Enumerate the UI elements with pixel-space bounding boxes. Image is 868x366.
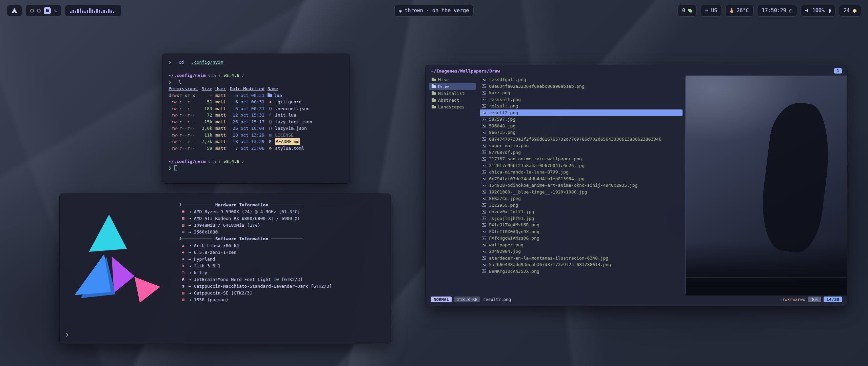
sidebar-folder-item[interactable]: Abstract bbox=[429, 97, 476, 103]
image-file-icon bbox=[482, 137, 486, 141]
volume-value: 100% bbox=[812, 7, 825, 14]
file-row[interactable]: 154928-odinokoe_anime-art-anime-okno-sin… bbox=[480, 182, 683, 189]
file-row[interactable]: kurz.png bbox=[480, 89, 683, 96]
file-row[interactable]: nnvuv0xj2df71.jpg bbox=[480, 208, 683, 215]
info-line: → AMD Ryzen 9 5900X (24) @ 4.9GHz [61.3°… bbox=[180, 208, 384, 215]
file-row[interactable]: atardecer-en-la-montanas-ilustracion-634… bbox=[480, 255, 683, 262]
file-row[interactable]: 19201080-__blue-tinge__-1920×1080.jpg bbox=[480, 189, 683, 196]
file-row[interactable]: result2.png bbox=[480, 109, 683, 116]
selected-filename: result2.png bbox=[483, 297, 511, 302]
file-row[interactable]: chica-mirando-la-luna-8799.jpg bbox=[480, 169, 683, 176]
file-row[interactable]: 217167-sad-anime-rain-wallpaper.png bbox=[480, 156, 683, 162]
updates-module[interactable]: 0 bbox=[677, 5, 697, 17]
file-row[interactable]: ressdfgult.png bbox=[480, 76, 683, 83]
file-row[interactable]: FXfcJlTXgAMvH6R.png bbox=[480, 222, 683, 228]
file-row[interactable]: 3122955.png bbox=[480, 202, 683, 209]
file-row[interactable]: EeNKYgIUcAAJ5JX.png bbox=[480, 268, 683, 275]
file-name: 3126f7e9bbf21a8a4af0b67b041c6e26.jpg bbox=[489, 163, 585, 168]
workspace-active-icon[interactable] bbox=[44, 7, 51, 14]
sidebar-folder-item[interactable]: Landscapes bbox=[429, 103, 476, 110]
keyboard-layout-module[interactable]: ⌨ US bbox=[700, 5, 722, 17]
file-list: ressdfgult.png 08a634fa02a32364f69ebc86a… bbox=[476, 76, 685, 296]
ls-row: .rw-r--r-- 51 matt 6 oct 00:31 .gitignor… bbox=[169, 99, 343, 105]
keyboard-icon: ⌨ bbox=[705, 7, 708, 14]
command-line: ❯ l bbox=[169, 79, 343, 86]
file-name: wallpaper.png bbox=[489, 242, 524, 247]
file-row[interactable]: 87r687df.png bbox=[480, 149, 683, 156]
file-row[interactable]: re1sult.png bbox=[480, 103, 683, 109]
file-name: stylua.toml bbox=[275, 145, 304, 152]
notifications-module[interactable]: 24 bbox=[839, 5, 861, 17]
nvim-icon: ✓ bbox=[242, 72, 244, 79]
color-dot bbox=[252, 308, 257, 313]
brush-icon[interactable]: ✎ bbox=[54, 8, 57, 13]
file-row[interactable]: FXfcHgcWIAMzs0G.png bbox=[480, 235, 683, 242]
info-line: → 10948MiB / 64183MiB (17%) bbox=[180, 222, 384, 228]
file-name: FXfcHgcWIAMzs0G.png bbox=[489, 236, 539, 241]
file-row[interactable]: 596848.jpg bbox=[480, 123, 683, 129]
microphone-icon bbox=[829, 9, 831, 12]
clock-module[interactable]: 17:50:29 ◷ bbox=[757, 5, 797, 17]
file-owner: matt bbox=[215, 119, 227, 125]
ls-row: .rw-r--r-- 3,0k matt 26 oct 10:04 lazyvi… bbox=[169, 125, 343, 132]
file-row[interactable]: 68747470733a2f2f696d616765732d7769786d70… bbox=[480, 136, 683, 143]
file-row[interactable]: 0c794faf07de24a4db4d4fb1eb813964.jpg bbox=[480, 176, 683, 182]
software-info-list: → Arch Linux x86_64 → 6.5.8-zen1-1-zen →… bbox=[180, 242, 384, 303]
file-row[interactable]: 587597.jpg bbox=[480, 116, 683, 123]
info-icon bbox=[180, 290, 186, 295]
sidebar-folder-item[interactable]: Draw bbox=[429, 83, 476, 90]
fetch-terminal-window[interactable]: Hardware Information → AMD Ryzen 9 5900X… bbox=[59, 194, 391, 344]
file-size: 183 bbox=[199, 105, 212, 112]
image-file-icon bbox=[482, 150, 486, 154]
sidebar-folder-item[interactable]: Minimalist bbox=[429, 90, 476, 97]
media-player-module[interactable]: ◉ thrown - on the verge bbox=[394, 5, 474, 17]
tab-counter-badge[interactable]: 1 bbox=[834, 68, 842, 74]
file-row[interactable]: 8FKa7Cu.jpeg bbox=[480, 195, 683, 202]
arrow-icon: → bbox=[189, 243, 191, 248]
section-title: Hardware Information bbox=[212, 202, 272, 207]
file-name: 87r687df.png bbox=[489, 150, 521, 155]
fetch-shell-prompt[interactable]: ~ ❯ bbox=[66, 325, 68, 338]
info-text: Catppuccin-SE [GTK2/3] bbox=[194, 290, 252, 296]
ls-row: .rw-r--r-- 183 matt 6 oct 00:31 .neoconf… bbox=[169, 105, 343, 112]
file-name: EeNKYgIUcAAJ5JX.png bbox=[489, 269, 539, 274]
sidebar-folder-item[interactable]: Misc bbox=[429, 76, 476, 83]
file-size: 11k bbox=[199, 132, 212, 139]
arrow-icon: → bbox=[189, 284, 191, 289]
file-row[interactable]: 5a266e448add93deab367d87173e9f25-6837886… bbox=[480, 261, 683, 268]
image-file-icon bbox=[482, 197, 486, 200]
workspace-2-icon[interactable] bbox=[37, 9, 41, 13]
file-row[interactable]: 866715.png bbox=[480, 129, 683, 136]
file-name: lua bbox=[274, 92, 282, 99]
file-row[interactable]: rsjqojlmjhf91.jpg bbox=[480, 215, 683, 222]
system-graph-widget[interactable] bbox=[65, 5, 122, 17]
info-text: JetBrainsMono Nerd Font Light 10 [GTK2/3… bbox=[194, 277, 303, 282]
image-file-icon bbox=[482, 243, 486, 246]
file-row[interactable]: 08a634fa02a32364f69ebc86a98eb1eb.png bbox=[480, 83, 683, 90]
workspace-1-icon[interactable] bbox=[30, 9, 34, 13]
temperature-module[interactable]: 26°C bbox=[725, 5, 753, 17]
file-name: 3122955.png bbox=[489, 203, 518, 208]
file-name: atardecer-en-la-montanas-ilustracion-634… bbox=[489, 256, 608, 261]
terminal-window[interactable]: ❯ cd .config/nvim ~/.config/nvimvia☾v5.4… bbox=[162, 54, 350, 184]
file-manager-body: Misc Draw Minimalist Abstract Landscapes bbox=[426, 76, 847, 296]
file-owner: matt bbox=[215, 99, 227, 105]
file-row[interactable]: 20492984.jpg bbox=[480, 248, 683, 255]
hardware-info-list: → AMD Ryzen 9 5900X (24) @ 4.9GHz [61.3°… bbox=[180, 208, 384, 235]
file-date: 26 oct 15:17 bbox=[230, 119, 264, 125]
file-row[interactable]: 3126f7e9bbf21a8a4af0b67b041c6e26.jpg bbox=[480, 162, 683, 169]
file-name: 08a634fa02a32364f69ebc86a98eb1eb.png bbox=[489, 84, 585, 89]
info-line: → Arch Linux x86_64 bbox=[180, 242, 384, 249]
file-manager-window[interactable]: ~/Imagenes/Wallpapers/Draw 1 Misc Draw M… bbox=[425, 65, 847, 306]
launcher-button[interactable] bbox=[7, 5, 22, 17]
file-row[interactable]: FXfcII0X0AQyn9X.png bbox=[480, 228, 683, 235]
file-permissions: .rw-r--r-- bbox=[169, 138, 196, 145]
volume-module[interactable]: 100% bbox=[801, 5, 835, 17]
file-row[interactable]: wallpaper.png bbox=[480, 242, 683, 248]
file-row[interactable]: super-mario.png bbox=[480, 142, 683, 149]
notification-count: 24 bbox=[844, 7, 850, 14]
file-row[interactable]: resssult.png bbox=[480, 96, 683, 103]
input-line[interactable]: ❯ bbox=[169, 165, 343, 171]
image-file-icon bbox=[482, 144, 486, 147]
file-date: 6 oct 00:31 bbox=[230, 92, 264, 99]
